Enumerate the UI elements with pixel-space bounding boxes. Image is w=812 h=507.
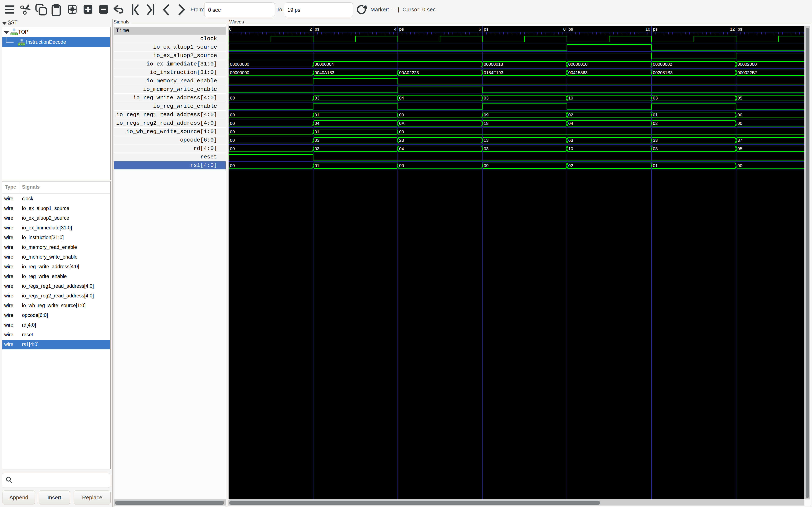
svg-text:00: 00 bbox=[738, 112, 743, 117]
svg-text:00: 00 bbox=[399, 163, 404, 168]
svg-text:00: 00 bbox=[230, 146, 235, 151]
svg-text:ps: ps bbox=[484, 26, 489, 32]
svg-text:00415863: 00415863 bbox=[568, 70, 588, 75]
svg-text:00: 00 bbox=[230, 138, 235, 143]
svg-text:00000000: 00000000 bbox=[230, 70, 249, 75]
svg-text:00000004: 00000004 bbox=[315, 62, 334, 66]
svg-text:00: 00 bbox=[399, 112, 404, 117]
svg-text:00000010: 00000010 bbox=[568, 62, 588, 66]
svg-text:04: 04 bbox=[399, 146, 404, 151]
svg-text:00: 00 bbox=[738, 163, 743, 168]
svg-text:04: 04 bbox=[315, 121, 319, 126]
svg-text:00: 00 bbox=[738, 121, 743, 126]
svg-text:18: 18 bbox=[484, 121, 489, 126]
svg-text:ps: ps bbox=[738, 26, 742, 32]
svg-text:00000018: 00000018 bbox=[484, 62, 503, 66]
svg-text:00: 00 bbox=[230, 163, 235, 168]
svg-text:23: 23 bbox=[399, 138, 404, 143]
svg-text:12: 12 bbox=[730, 26, 735, 32]
svg-text:13: 13 bbox=[484, 138, 489, 143]
svg-text:01: 01 bbox=[315, 163, 319, 168]
svg-text:00: 00 bbox=[230, 121, 235, 126]
svg-text:0184F193: 0184F193 bbox=[484, 70, 503, 75]
svg-text:00000000: 00000000 bbox=[230, 62, 249, 66]
svg-text:03: 03 bbox=[484, 146, 489, 151]
svg-text:03: 03 bbox=[315, 96, 319, 100]
svg-text:01: 01 bbox=[315, 112, 319, 117]
svg-text:00: 00 bbox=[230, 96, 235, 100]
svg-text:ps: ps bbox=[315, 26, 319, 32]
svg-text:04: 04 bbox=[568, 121, 573, 126]
svg-text:09: 09 bbox=[484, 163, 489, 168]
svg-text:33: 33 bbox=[653, 138, 658, 143]
svg-text:01: 01 bbox=[653, 112, 658, 117]
svg-text:00: 00 bbox=[230, 129, 235, 134]
svg-text:05: 05 bbox=[738, 146, 743, 151]
svg-text:10: 10 bbox=[568, 96, 573, 100]
svg-text:10: 10 bbox=[568, 146, 573, 151]
svg-text:63: 63 bbox=[568, 138, 573, 143]
svg-text:09: 09 bbox=[484, 112, 489, 117]
svg-text:00A02223: 00A02223 bbox=[399, 70, 419, 75]
svg-text:05: 05 bbox=[738, 96, 743, 100]
svg-text:03: 03 bbox=[653, 96, 658, 100]
svg-text:0A: 0A bbox=[399, 121, 405, 126]
svg-text:00: 00 bbox=[230, 112, 235, 117]
svg-text:03: 03 bbox=[484, 96, 489, 100]
svg-text:03: 03 bbox=[315, 138, 319, 143]
svg-text:0: 0 bbox=[229, 26, 231, 32]
svg-text:03: 03 bbox=[653, 146, 658, 151]
svg-text:02: 02 bbox=[568, 163, 573, 168]
svg-text:ps: ps bbox=[568, 26, 573, 32]
svg-text:00002000: 00002000 bbox=[738, 62, 757, 66]
svg-text:04: 04 bbox=[399, 96, 404, 100]
svg-text:ps: ps bbox=[653, 26, 658, 32]
svg-text:8: 8 bbox=[563, 26, 566, 32]
svg-text:4: 4 bbox=[394, 26, 397, 32]
svg-text:6: 6 bbox=[479, 26, 481, 32]
svg-text:03: 03 bbox=[315, 146, 319, 151]
svg-text:02: 02 bbox=[568, 112, 573, 117]
svg-text:37: 37 bbox=[738, 138, 743, 143]
svg-text:000022B7: 000022B7 bbox=[738, 70, 757, 75]
svg-text:ps: ps bbox=[399, 26, 404, 32]
svg-text:02: 02 bbox=[653, 121, 658, 126]
svg-text:00000002: 00000002 bbox=[653, 62, 672, 66]
svg-text:01: 01 bbox=[653, 163, 658, 168]
svg-text:002081B3: 002081B3 bbox=[653, 70, 673, 75]
svg-text:01: 01 bbox=[315, 129, 319, 134]
svg-text:2: 2 bbox=[310, 26, 312, 32]
svg-text:10: 10 bbox=[645, 26, 650, 32]
svg-text:0040A183: 0040A183 bbox=[315, 70, 334, 75]
svg-text:00: 00 bbox=[399, 129, 404, 134]
